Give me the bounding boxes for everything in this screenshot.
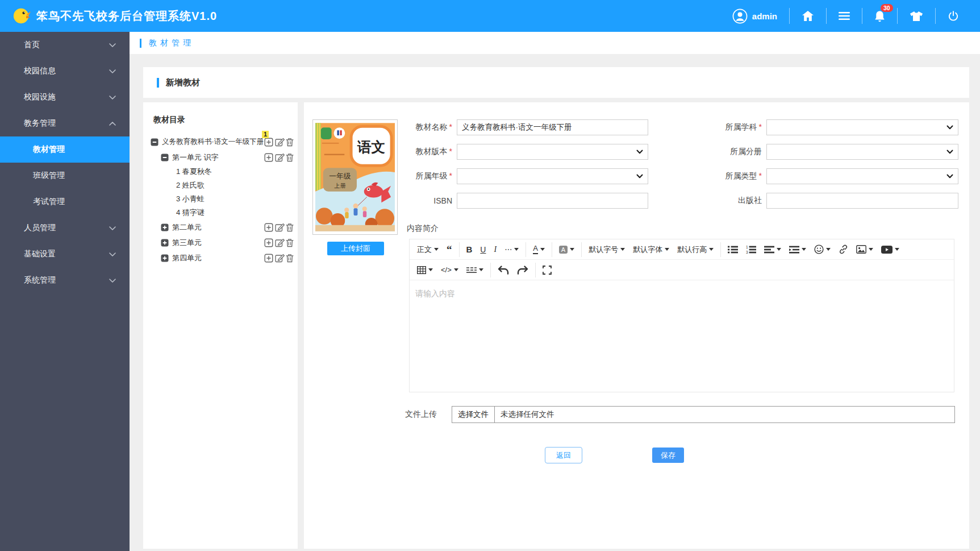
tree-node-label[interactable]: 义务教育教科书·语文一年级下册 (162, 137, 264, 147)
add-node-icon[interactable] (264, 254, 273, 263)
delete-node-icon[interactable] (286, 138, 295, 147)
collapse-icon[interactable] (161, 154, 169, 161)
sidebar-item-home[interactable]: 首页 (0, 32, 130, 58)
sidebar-item-textbook-mgmt[interactable]: 教材管理 (0, 136, 130, 163)
tree-leaf-lesson2[interactable]: 2 姓氏歌 (151, 179, 295, 192)
font-color-button[interactable]: A (529, 241, 549, 258)
underline-button[interactable]: U (476, 241, 490, 258)
redo-icon[interactable] (513, 262, 532, 279)
cover-grade: 一年级 (329, 172, 351, 180)
chevron-down-icon (109, 226, 116, 230)
add-node-icon[interactable] (264, 223, 273, 232)
version-select[interactable] (457, 144, 648, 160)
font-family-button[interactable]: 默认字体 (629, 241, 673, 258)
delete-node-icon[interactable] (286, 223, 295, 232)
tree-leaf-lesson3[interactable]: 3 小青蛙 (151, 192, 295, 206)
file-upload-input[interactable]: 选择文件 未选择任何文件 (452, 406, 955, 423)
expand-icon[interactable] (161, 239, 169, 247)
sidebar-item-academic-admin[interactable]: 教务管理 (0, 110, 130, 136)
more-style-button[interactable]: ⋯ (501, 241, 523, 258)
textbook-name-input[interactable] (457, 119, 648, 135)
fascicle-select[interactable] (766, 144, 958, 160)
bullet-list-icon[interactable] (724, 241, 742, 258)
breadcrumb[interactable]: 教材管理 (149, 38, 194, 48)
sidebar-item-personnel[interactable]: 人员管理 (0, 215, 130, 241)
expand-icon[interactable] (161, 254, 169, 262)
edit-node-icon[interactable] (275, 223, 284, 232)
delete-node-icon[interactable] (286, 254, 295, 263)
sidebar-item-system-mgmt[interactable]: 系统管理 (0, 267, 130, 293)
ordered-list-icon[interactable] (742, 241, 760, 258)
subject-select[interactable] (766, 119, 958, 135)
fullscreen-icon[interactable] (539, 262, 556, 279)
tree-node-label[interactable]: 第二单元 (172, 222, 202, 233)
home-button[interactable] (789, 8, 826, 24)
divider-button[interactable] (462, 262, 487, 279)
sidebar-item-campus-facility[interactable]: 校园设施 (0, 84, 130, 110)
indent-button[interactable] (785, 241, 810, 258)
notifications-button[interactable]: 30 (862, 8, 897, 24)
edit-node-icon[interactable] (275, 153, 284, 162)
tree-node-label[interactable]: 第一单元 识字 (172, 152, 219, 163)
emoji-button[interactable] (810, 241, 835, 258)
paragraph-format-button[interactable]: 正文 (413, 241, 443, 258)
edit-node-icon[interactable] (275, 138, 284, 147)
link-icon[interactable] (835, 241, 852, 258)
sidebar-item-label: 教材管理 (33, 144, 65, 155)
choose-file-button[interactable]: 选择文件 (452, 407, 495, 422)
tree-node-label[interactable]: 1 春夏秋冬 (176, 167, 212, 177)
sidebar-item-exam-mgmt[interactable]: 考试管理 (0, 189, 130, 215)
add-node-icon[interactable] (264, 153, 273, 162)
tree-node-label[interactable]: 2 姓氏歌 (176, 180, 205, 190)
editor-content[interactable]: 请输入内容 (410, 280, 954, 392)
back-button[interactable]: 返回 (545, 447, 582, 463)
add-node-icon[interactable] (264, 238, 273, 247)
tree-node-unit1[interactable]: 第一单元 识字 (151, 150, 295, 165)
bg-color-button[interactable]: A (555, 241, 578, 258)
theme-button[interactable] (897, 8, 935, 24)
edit-node-icon[interactable] (275, 254, 284, 263)
catalog-tree: 义务教育教科书·语文一年级下册 1 第一单元 识字 (151, 134, 295, 266)
tree-leaf-lesson1[interactable]: 1 春夏秋冬 (151, 165, 295, 179)
type-select[interactable] (766, 168, 958, 184)
sidebar-item-campus-info[interactable]: 校园信息 (0, 58, 130, 84)
grade-select[interactable] (457, 168, 648, 184)
table-button[interactable] (413, 262, 437, 279)
tree-leaf-lesson4[interactable]: 4 猜字谜 (151, 206, 295, 219)
italic-button[interactable]: I (490, 241, 501, 258)
sidebar-item-class-mgmt[interactable]: 班级管理 (0, 163, 130, 189)
upload-cover-button[interactable]: 上传封面 (327, 242, 384, 255)
delete-node-icon[interactable] (286, 153, 295, 162)
line-height-button[interactable]: 默认行高 (673, 241, 718, 258)
user-menu[interactable]: admin (720, 8, 789, 24)
save-button[interactable]: 保存 (652, 448, 684, 463)
expand-icon[interactable] (161, 223, 169, 231)
menu-button[interactable] (826, 8, 862, 24)
add-node-icon[interactable] (264, 138, 273, 147)
edit-node-icon[interactable] (275, 238, 284, 247)
sidebar-item-basic-settings[interactable]: 基础设置 (0, 241, 130, 267)
tree-node-root[interactable]: 义务教育教科书·语文一年级下册 1 (151, 134, 295, 150)
tree-node-label[interactable]: 第四单元 (172, 253, 202, 263)
logout-button[interactable] (935, 8, 971, 24)
delete-node-icon[interactable] (286, 238, 295, 247)
tree-node-label[interactable]: 3 小青蛙 (176, 194, 205, 204)
isbn-input[interactable] (457, 193, 648, 209)
font-size-button[interactable]: 默认字号 (585, 241, 629, 258)
field-label-isbn: ISBN (404, 196, 452, 205)
tree-node-unit2[interactable]: 第二单元 (151, 219, 295, 235)
app-title: 笨鸟不先飞校务后台管理系统V1.0 (36, 9, 217, 24)
tree-node-label[interactable]: 4 猜字谜 (176, 208, 205, 218)
blockquote-button[interactable]: “ (443, 241, 456, 258)
undo-icon[interactable] (494, 262, 513, 279)
align-button[interactable] (760, 241, 785, 258)
video-button[interactable] (877, 241, 903, 258)
bold-button[interactable]: B (462, 241, 477, 258)
tree-node-unit3[interactable]: 第三单元 (151, 235, 295, 250)
collapse-icon[interactable] (151, 138, 159, 146)
tree-node-label[interactable]: 第三单元 (172, 238, 202, 248)
tree-node-unit4[interactable]: 第四单元 (151, 250, 295, 266)
code-button[interactable]: </> (437, 262, 462, 279)
publisher-input[interactable] (766, 193, 958, 209)
image-button[interactable] (852, 241, 877, 258)
